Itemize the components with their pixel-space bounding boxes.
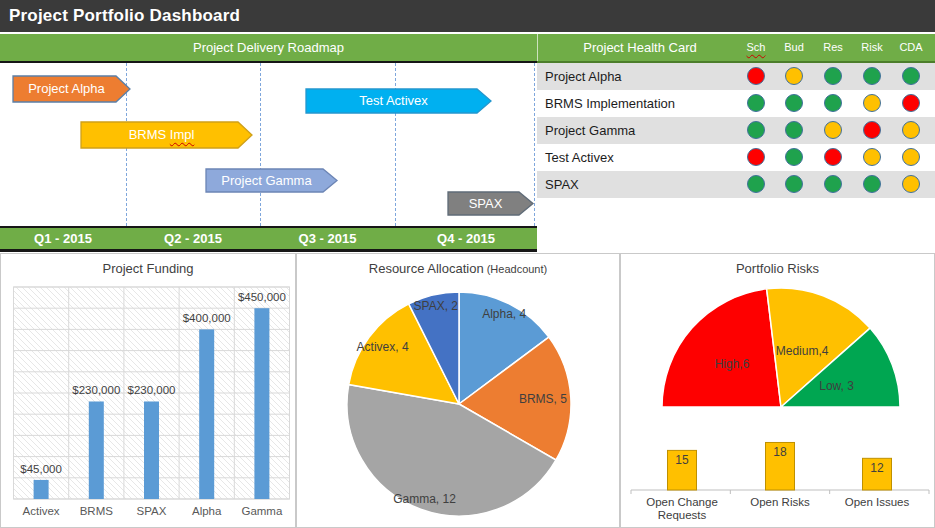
health-row-label: Project Alpha — [545, 63, 622, 90]
roadmap-bar-label-project-gamma: Project Gamma — [206, 169, 327, 192]
status-dot-red — [747, 67, 765, 85]
funding-bar-alpha — [199, 329, 214, 499]
health-card-header: Project Health Card — [537, 34, 743, 61]
status-dot-green — [747, 121, 765, 139]
status-dot-green — [863, 67, 881, 85]
status-dot-green — [785, 175, 803, 193]
risks-panel: Portfolio Risks High,6Medium,4Low, 31518… — [620, 253, 935, 528]
funding-value-label: $45,000 — [20, 463, 62, 475]
status-dot-green — [863, 175, 881, 193]
status-dot-yellow — [902, 148, 920, 166]
funding-category-label: SPAX — [137, 505, 167, 517]
pie-slice-label: Activex, 4 — [357, 340, 409, 354]
resource-panel: Resource Allocation(Headcount) Alpha, 4B… — [296, 253, 620, 528]
funding-value-label: $230,000 — [72, 384, 120, 396]
health-row: BRMS Implementation — [537, 90, 935, 117]
funding-value-label: $400,000 — [183, 312, 231, 324]
status-dot-green — [785, 148, 803, 166]
pie-slice-label: SPAX, 2 — [414, 299, 459, 313]
roadmap-bar-label-test-activex: Test Activex — [306, 89, 481, 113]
roadmap-bar-label-brms-impl: BRMS Impl — [81, 122, 242, 148]
quarter-axis: Q1 - 2015 Q2 - 2015 Q3 - 2015 Q4 - 2015 — [0, 228, 537, 252]
funding-value-label: $230,000 — [128, 384, 176, 396]
page-title: Project Portfolio Dashboard — [9, 6, 240, 25]
funding-bar-gamma — [254, 308, 269, 499]
quarter-q3: Q3 - 2015 — [260, 228, 395, 249]
kpi-bar-label: Open Risks — [725, 496, 835, 509]
funding-category-label: BRMS — [80, 505, 114, 517]
health-row-label: BRMS Implementation — [545, 90, 675, 117]
roadmap-bar-label-spax: SPAX — [448, 192, 523, 215]
pie-slice-label: BRMS, 5 — [519, 392, 567, 406]
health-col-bud: Bud — [775, 34, 813, 61]
health-col-cda: CDA — [892, 34, 930, 61]
gauge-slice-high — [662, 289, 781, 407]
title-bar: Project Portfolio Dashboard — [0, 0, 935, 32]
health-row: Test Activex — [537, 144, 935, 171]
delivery-roadmap: Project AlphaBRMS ImplTest ActivexProjec… — [0, 61, 537, 228]
funding-category-label: Alpha — [192, 505, 222, 517]
pie-slice-label: Gamma, 12 — [393, 492, 456, 506]
status-dot-green — [785, 121, 803, 139]
roadmap-header: Project Delivery Roadmap — [0, 34, 538, 61]
status-dot-yellow — [902, 175, 920, 193]
resource-chart-svg: Alpha, 4BRMS, 5Gamma, 12Activex, 4SPAX, … — [297, 254, 619, 527]
health-row-label: Project Gamma — [545, 117, 635, 144]
health-row: SPAX — [537, 171, 935, 198]
status-dot-red — [824, 148, 842, 166]
roadmap-bar-label-project-alpha: Project Alpha — [13, 76, 120, 102]
health-card-table: Project AlphaBRMS ImplementationProject … — [537, 61, 935, 253]
pie-slice-label: Alpha, 4 — [482, 307, 526, 321]
status-dot-green — [747, 94, 765, 112]
status-dot-green — [824, 94, 842, 112]
health-row: Project Alpha — [537, 63, 935, 90]
quarter-q4: Q4 - 2015 — [395, 228, 537, 249]
funding-category-label: Gamma — [241, 505, 283, 517]
kpi-bar-value: 12 — [870, 461, 884, 475]
status-dot-yellow — [785, 67, 803, 85]
status-dot-yellow — [824, 121, 842, 139]
kpi-bar-value: 15 — [675, 453, 689, 467]
kpi-bar-value: 18 — [773, 445, 787, 459]
status-dot-green — [785, 94, 803, 112]
kpi-bar-label: Open Issues — [822, 496, 932, 509]
health-row-label: SPAX — [545, 171, 579, 198]
quarter-q1: Q1 - 2015 — [0, 228, 126, 249]
status-dot-red — [747, 148, 765, 166]
status-dot-red — [863, 121, 881, 139]
status-dot-yellow — [863, 94, 881, 112]
gauge-slice-label: High,6 — [715, 357, 750, 371]
gauge-slice-label: Low, 3 — [819, 379, 854, 393]
health-col-sch: Sch — [737, 34, 775, 61]
quarter-q2: Q2 - 2015 — [126, 228, 260, 249]
status-dot-green — [902, 67, 920, 85]
funding-bar-activex — [34, 480, 49, 499]
funding-bar-brms — [89, 401, 104, 499]
status-dot-green — [824, 67, 842, 85]
funding-bar-spax — [144, 401, 159, 499]
health-row-label: Test Activex — [545, 144, 614, 171]
gauge-slice-label: Medium,4 — [776, 344, 829, 358]
health-col-risk: Risk — [853, 34, 891, 61]
status-dot-yellow — [863, 148, 881, 166]
funding-chart-svg: $45,000Activex$230,000BRMS$230,000SPAX$4… — [1, 254, 295, 527]
status-dot-yellow — [902, 121, 920, 139]
section-header-bar: Project Delivery Roadmap Project Health … — [0, 34, 935, 61]
funding-category-label: Activex — [23, 505, 60, 517]
dashboard: Project Portfolio Dashboard Project Deli… — [0, 0, 935, 528]
funding-value-label: $450,000 — [238, 291, 286, 303]
health-row: Project Gamma — [537, 117, 935, 144]
status-dot-red — [902, 94, 920, 112]
status-dot-green — [747, 175, 765, 193]
funding-panel: Project Funding $45,000Activex$230,000BR… — [0, 253, 296, 528]
risks-chart-svg: High,6Medium,4Low, 3151812 — [621, 254, 934, 527]
status-dot-green — [824, 175, 842, 193]
kpi-bar-label: Open Change Requests — [632, 496, 732, 522]
health-col-res: Res — [814, 34, 852, 61]
